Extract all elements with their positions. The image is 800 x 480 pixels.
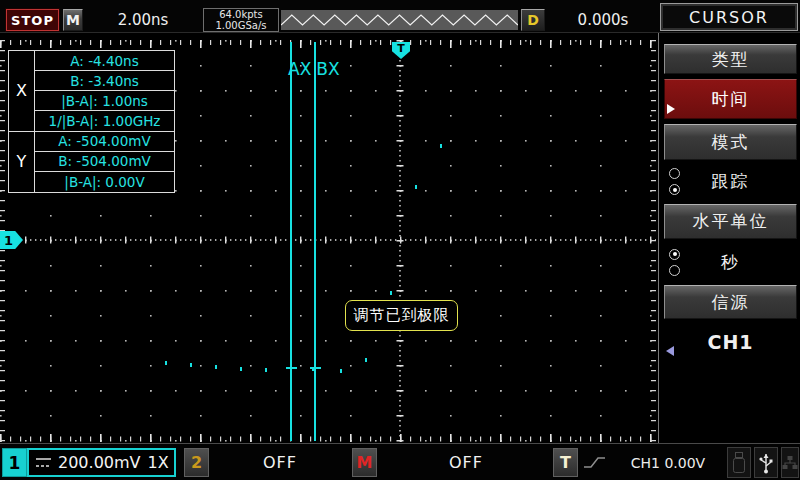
active-menu-title: CURSOR: [660, 3, 798, 31]
cursor-x-b-value: B: -3.40ns: [35, 71, 174, 91]
radio-option-icon[interactable]: [669, 265, 680, 276]
cursor-y-a-value: A: -504.00mV: [35, 132, 174, 152]
channel2-status: OFF: [212, 448, 348, 477]
horizontal-menu-button[interactable]: M: [63, 9, 83, 31]
cursor-measurement-panel: X A: -4.40ns B: -3.40ns |B-A|: 1.00ns 1/…: [8, 50, 175, 193]
dc-coupling-icon: [36, 458, 51, 467]
track-radio-group: [669, 163, 680, 200]
cursor-bx-y-tick: [310, 367, 321, 369]
cursor-x-a-value: A: -4.40ns: [35, 51, 174, 71]
lan-network-icon: [782, 455, 798, 471]
x-axis-label: X: [9, 51, 35, 132]
usb-device-slot: [754, 447, 778, 478]
cursor-ax-line[interactable]: [290, 42, 292, 441]
menu-item-seconds-label: 秒: [721, 251, 740, 274]
menu-item-horizontal-unit[interactable]: 水平单位: [664, 204, 797, 239]
trigger-badge[interactable]: T: [553, 448, 578, 477]
preview-zigzag-waveform: [281, 15, 518, 25]
menu-item-type[interactable]: 类型: [664, 44, 797, 74]
run-stop-indicator: STOP: [6, 9, 59, 31]
channel1-settings-box[interactable]: 200.00mV 1X: [27, 448, 176, 477]
seconds-radio-group: [669, 243, 680, 281]
menu-item-source-value[interactable]: CH1: [664, 322, 797, 362]
horizontal-position-readout: 0.000s: [548, 9, 658, 31]
radio-option-icon[interactable]: [669, 249, 680, 260]
cursor-x-delta-value: |B-A|: 1.00ns: [35, 91, 174, 111]
usb-drive-icon: [732, 452, 746, 474]
channel1-scale: 200.00mV: [58, 453, 141, 472]
menu-item-track-label: 跟踪: [712, 170, 750, 193]
menu-item-source[interactable]: 信源: [664, 285, 797, 319]
math-status: OFF: [382, 448, 550, 477]
math-badge[interactable]: M: [352, 448, 377, 477]
channel1-probe: 1X: [148, 453, 169, 472]
memory-waveform-preview[interactable]: [281, 10, 518, 30]
top-status-bar: STOP M 2.00ns 64.0kpts 1.00GSa/s D 0.000…: [0, 0, 800, 33]
cursor-bx-label: BX: [316, 59, 339, 79]
adjust-arrow-icon: [666, 346, 674, 356]
menu-item-seconds[interactable]: 秒: [664, 243, 797, 281]
cursor-bx-line[interactable]: [314, 42, 316, 441]
menu-item-track[interactable]: 跟踪: [664, 163, 797, 200]
memory-depth: 64.0kpts: [219, 9, 263, 20]
usb-storage-slot: [727, 447, 751, 478]
limit-toast-message: 调节已到极限: [345, 300, 458, 331]
menu-item-time-label: 时间: [712, 88, 750, 111]
acquisition-info-box: 64.0kpts 1.00GSa/s: [203, 8, 279, 32]
selected-arrow-icon: [667, 104, 675, 114]
cursor-y-delta-value: |B-A|: 0.00V: [35, 172, 174, 192]
oscilloscope-screen: STOP M 2.00ns 64.0kpts 1.00GSa/s D 0.000…: [0, 0, 800, 480]
channel1-number-badge[interactable]: 1: [2, 448, 27, 477]
delay-button[interactable]: D: [521, 9, 545, 31]
cursor-y-b-value: B: -504.00mV: [35, 152, 174, 172]
cursor-ax-y-tick: [286, 367, 297, 369]
y-axis-label: Y: [9, 132, 35, 192]
menu-item-mode[interactable]: 模式: [664, 124, 797, 160]
bottom-status-bar: 1 200.00mV 1X 2 OFF M OFF T CH1 0.00V: [0, 443, 800, 480]
lan-slot: [781, 447, 799, 478]
cursor-ax-label: AX: [288, 59, 311, 79]
menu-sidebar: 类型 时间 模式 跟踪 水平单位 秒 信源 CH1: [658, 33, 800, 443]
channel2-number-badge[interactable]: 2: [184, 448, 209, 477]
trigger-source-readout: CH1 0.00V: [612, 448, 724, 477]
cursor-labels: AX BX: [288, 59, 340, 79]
cursor-x-freq-value: 1/|B-A|: 1.00GHz: [35, 111, 174, 131]
radio-option-icon[interactable]: [669, 184, 680, 195]
sample-rate: 1.00GSa/s: [215, 20, 266, 31]
rising-edge-icon: [583, 454, 606, 471]
timebase-readout: 2.00ns: [86, 9, 200, 31]
usb-symbol-icon: [758, 451, 774, 475]
radio-option-icon[interactable]: [669, 168, 680, 179]
source-channel-label: CH1: [707, 331, 753, 353]
menu-item-time[interactable]: 时间: [664, 79, 797, 119]
